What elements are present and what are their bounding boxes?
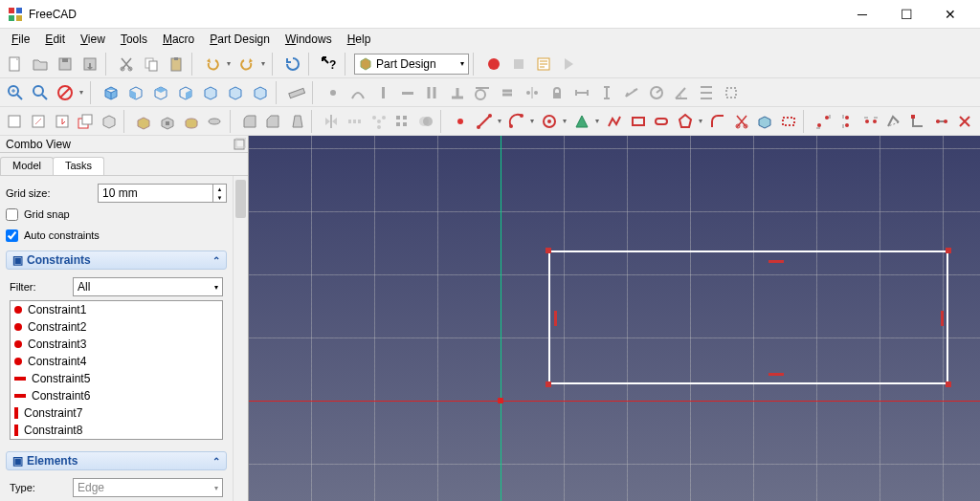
pd-revolve-button[interactable] xyxy=(180,110,202,133)
menu-help[interactable]: Help xyxy=(340,31,379,48)
view-front-button[interactable] xyxy=(124,81,147,104)
grid-size-input[interactable]: 10 mm ▲▼ xyxy=(98,184,227,203)
pd-chamfer-button[interactable] xyxy=(262,110,284,133)
pd-newsketch-button[interactable] xyxy=(4,110,26,133)
copy-button[interactable] xyxy=(140,53,163,76)
sk-point-button[interactable] xyxy=(450,110,472,133)
macro-list-button[interactable] xyxy=(532,53,555,76)
pd-boolean-button[interactable] xyxy=(415,110,437,133)
con-dist-icon[interactable] xyxy=(620,81,643,104)
macro-stop-button[interactable] xyxy=(507,53,530,76)
con-internal-icon[interactable] xyxy=(720,81,743,104)
con-vertical-icon[interactable] xyxy=(371,81,394,104)
measure-button[interactable] xyxy=(285,81,308,104)
grid-snap-checkbox[interactable] xyxy=(6,208,18,221)
sk-delconstr-button[interactable] xyxy=(954,110,976,133)
new-doc-button[interactable] xyxy=(4,53,27,76)
constraints-section-header[interactable]: ▣ Constraints ⌃ xyxy=(6,250,227,270)
minimize-button[interactable]: ─ xyxy=(840,0,884,29)
sk-close-button[interactable] xyxy=(883,110,905,133)
combo-view-float-icon[interactable] xyxy=(233,138,246,151)
undo-button[interactable] xyxy=(201,53,224,76)
view-rear-button[interactable] xyxy=(199,81,222,104)
menu-windows[interactable]: Windows xyxy=(278,31,340,48)
pd-leavesketch-button[interactable] xyxy=(51,110,73,133)
con-radius-icon[interactable] xyxy=(645,81,668,104)
pd-mirror-button[interactable] xyxy=(321,110,343,133)
whatsthis-button[interactable]: ? xyxy=(318,53,341,76)
con-horizontal-icon[interactable] xyxy=(396,81,419,104)
redo-button[interactable] xyxy=(235,53,258,76)
refresh-button[interactable] xyxy=(281,53,304,76)
sk-selconstr-button[interactable] xyxy=(930,110,952,133)
redo-dropdown[interactable]: ▾ xyxy=(258,53,268,76)
view-right-button[interactable] xyxy=(174,81,197,104)
menu-tools[interactable]: Tools xyxy=(113,31,155,48)
tab-model[interactable]: Model xyxy=(0,157,54,175)
con-angle-icon[interactable] xyxy=(670,81,693,104)
pd-draft-button[interactable] xyxy=(286,110,308,133)
sk-select-horiz-button[interactable] xyxy=(859,110,881,133)
con-disty-icon[interactable] xyxy=(595,81,618,104)
pd-groove-button[interactable] xyxy=(204,110,226,133)
view-top-button[interactable] xyxy=(149,81,172,104)
save-button[interactable] xyxy=(54,53,77,76)
con-coincident-icon[interactable] xyxy=(322,81,345,104)
sk-connect-button[interactable] xyxy=(907,110,929,133)
macro-play-button[interactable] xyxy=(557,53,580,76)
sk-select-vert-button[interactable] xyxy=(836,110,858,133)
zoom-fit-button[interactable] xyxy=(4,81,27,104)
pd-pocket-button[interactable] xyxy=(157,110,179,133)
close-button[interactable]: ✕ xyxy=(928,0,972,29)
con-perpendicular-icon[interactable] xyxy=(446,81,469,104)
type-select[interactable]: Edge▾ xyxy=(73,478,223,497)
auto-constraints-checkbox[interactable] xyxy=(6,229,18,242)
macro-record-button[interactable] xyxy=(482,53,505,76)
pd-reorient-button[interactable] xyxy=(99,110,121,133)
sk-select-origin-button[interactable] xyxy=(813,110,835,133)
sk-trim-button[interactable] xyxy=(730,110,752,133)
view-bottom-button[interactable] xyxy=(224,81,247,104)
menu-file[interactable]: File xyxy=(4,31,37,48)
sidebar-scrollbar[interactable] xyxy=(233,176,248,501)
sk-ellipse-dropdown[interactable]: ▾ xyxy=(592,110,601,133)
pd-mapsketch-button[interactable] xyxy=(75,110,97,133)
zoom-sel-button[interactable] xyxy=(29,81,52,104)
view-iso-button[interactable] xyxy=(100,81,122,104)
sk-line-dropdown[interactable]: ▾ xyxy=(495,110,503,133)
save-as-button[interactable] xyxy=(78,53,101,76)
maximize-button[interactable]: ☐ xyxy=(884,0,928,29)
sk-polyline-button[interactable] xyxy=(604,110,626,133)
pd-multi-button[interactable] xyxy=(391,110,413,133)
pd-linpattern-button[interactable] xyxy=(345,110,367,133)
sk-polygon-dropdown[interactable]: ▾ xyxy=(696,110,704,133)
con-equal-icon[interactable] xyxy=(496,81,519,104)
sk-polygon-button[interactable] xyxy=(675,110,697,133)
con-tangent-icon[interactable] xyxy=(471,81,494,104)
view-left-button[interactable] xyxy=(249,81,272,104)
con-pointonline-icon[interactable] xyxy=(346,81,369,104)
sk-line-button[interactable] xyxy=(474,110,496,133)
sk-arc-button[interactable] xyxy=(506,110,528,133)
con-distx-icon[interactable] xyxy=(570,81,593,104)
con-parallel-icon[interactable] xyxy=(421,81,444,104)
filter-select[interactable]: All▾ xyxy=(73,277,223,296)
con-symmetric-icon[interactable] xyxy=(521,81,544,104)
tab-tasks[interactable]: Tasks xyxy=(53,157,104,175)
con-snell-icon[interactable] xyxy=(695,81,718,104)
paste-button[interactable] xyxy=(165,53,188,76)
constraints-list[interactable]: Constraint1 Constraint2 Constraint3 Cons… xyxy=(10,300,223,440)
pd-pad-button[interactable] xyxy=(133,110,155,133)
cut-button[interactable] xyxy=(115,53,138,76)
menu-partdesign[interactable]: Part Design xyxy=(202,31,278,48)
sk-ellipse-button[interactable] xyxy=(571,110,593,133)
pd-polpattern-button[interactable] xyxy=(368,110,390,133)
sk-external-button[interactable] xyxy=(754,110,776,133)
sketch-canvas[interactable] xyxy=(249,136,980,501)
workbench-selector[interactable]: Part Design ▾ xyxy=(354,54,469,75)
sk-arc-dropdown[interactable]: ▾ xyxy=(527,110,536,133)
sk-rect-button[interactable] xyxy=(627,110,649,133)
sk-slot-button[interactable] xyxy=(651,110,673,133)
menu-edit[interactable]: Edit xyxy=(37,31,73,48)
menu-view[interactable]: View xyxy=(73,31,113,48)
